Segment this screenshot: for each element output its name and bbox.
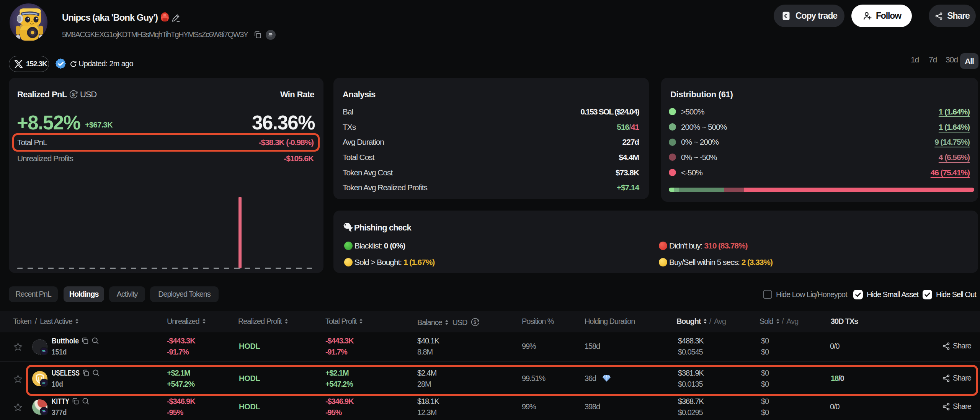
svg-text:$: $ <box>72 92 75 97</box>
svg-text:$: $ <box>474 319 477 325</box>
